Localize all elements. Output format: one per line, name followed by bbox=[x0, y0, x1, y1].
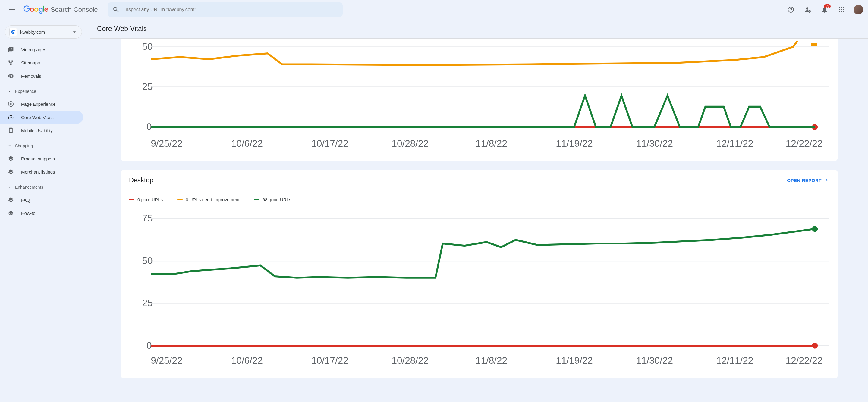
chevron-down-icon bbox=[7, 144, 12, 148]
help-icon bbox=[787, 6, 795, 13]
product-logo[interactable]: Search Console bbox=[23, 5, 98, 14]
header-actions: 83 bbox=[784, 2, 863, 17]
property-selector[interactable]: kwebby.com bbox=[5, 25, 82, 38]
open-report-link[interactable]: OPEN REPORT bbox=[787, 177, 830, 183]
sidebar-item-product-snippets[interactable]: Product snippets bbox=[0, 152, 83, 165]
xtick: 10/6/22 bbox=[231, 138, 263, 149]
section-label: Shopping bbox=[15, 144, 33, 148]
chart-legend: 0 poor URLs 0 URLs need improvement 68 g… bbox=[121, 190, 838, 205]
xtick: 11/8/22 bbox=[475, 138, 507, 149]
xtick: 11/19/22 bbox=[556, 355, 593, 366]
svg-point-10 bbox=[812, 343, 818, 349]
sitemap-icon bbox=[7, 60, 14, 66]
layers-icon bbox=[7, 210, 14, 216]
notifications-button[interactable]: 83 bbox=[817, 2, 832, 17]
xtick: 11/19/22 bbox=[556, 138, 593, 149]
svg-point-11 bbox=[812, 226, 818, 232]
legend-poor: 0 poor URLs bbox=[129, 197, 163, 202]
layers-icon bbox=[7, 169, 14, 175]
section-shopping[interactable]: Shopping bbox=[0, 140, 87, 152]
xtick: 12/22/22 bbox=[786, 138, 823, 149]
account-avatar[interactable] bbox=[854, 5, 863, 14]
sidebar-item-label: Product snippets bbox=[21, 156, 55, 161]
section-enhancements[interactable]: Enhancements bbox=[0, 181, 87, 193]
smartphone-icon bbox=[7, 127, 14, 133]
video-icon bbox=[7, 47, 14, 53]
card-title: Desktop bbox=[129, 176, 153, 184]
sidebar-item-label: FAQ bbox=[21, 197, 30, 203]
search-bar[interactable] bbox=[107, 2, 343, 17]
sidebar-item-label: How-to bbox=[21, 211, 36, 216]
sidebar-item-core-web-vitals[interactable]: Core Web Vitals bbox=[0, 111, 83, 124]
sidebar-item-video-pages[interactable]: Video pages bbox=[0, 43, 83, 56]
xtick: 12/11/22 bbox=[716, 355, 753, 366]
sidebar-item-howto[interactable]: How-to bbox=[0, 207, 83, 220]
sidebar-item-mobile-usability[interactable]: Mobile Usability bbox=[0, 124, 83, 137]
xtick: 10/17/22 bbox=[311, 138, 348, 149]
xtick: 11/30/22 bbox=[636, 138, 673, 149]
sidebar-item-merchant-listings[interactable]: Merchant listings bbox=[0, 165, 83, 178]
app-header: Search Console 83 bbox=[0, 0, 868, 19]
xtick: 10/28/22 bbox=[392, 355, 429, 366]
svg-rect-5 bbox=[811, 43, 817, 46]
sidebar-item-label: Video pages bbox=[21, 47, 46, 52]
google-logo-icon bbox=[23, 5, 49, 14]
apps-button[interactable] bbox=[834, 2, 849, 17]
users-button[interactable] bbox=[801, 2, 815, 17]
chevron-down-icon bbox=[71, 29, 78, 35]
chevron-down-icon bbox=[7, 185, 12, 190]
sidebar-item-label: Sitemaps bbox=[21, 60, 40, 65]
xtick: 9/25/22 bbox=[151, 355, 183, 366]
main-content: Core Web Vitals 50 25 0 bbox=[90, 19, 868, 402]
layers-icon bbox=[7, 155, 14, 161]
hamburger-icon bbox=[8, 6, 16, 13]
chevron-right-icon bbox=[824, 177, 830, 183]
sidebar-item-label: Removals bbox=[21, 73, 41, 79]
notification-badge: 83 bbox=[824, 4, 831, 8]
legend-swatch-improve bbox=[177, 199, 183, 200]
xtick: 10/17/22 bbox=[311, 355, 348, 366]
legend-improve: 0 URLs need improvement bbox=[177, 197, 239, 202]
xtick: 12/22/22 bbox=[786, 355, 823, 366]
section-label: Experience bbox=[15, 89, 36, 94]
xtick: 12/11/22 bbox=[716, 138, 753, 149]
sidebar: kwebby.com Video pages Sitemaps Removals… bbox=[0, 19, 90, 402]
legend-good: 68 good URLs bbox=[254, 197, 291, 202]
chevron-down-icon bbox=[7, 89, 12, 94]
desktop-chart-card: Desktop OPEN REPORT 0 poor URLs 0 URLs n… bbox=[121, 169, 838, 378]
sidebar-item-sitemaps[interactable]: Sitemaps bbox=[0, 56, 83, 69]
xtick: 11/8/22 bbox=[475, 355, 507, 366]
sidebar-item-label: Page Experience bbox=[21, 101, 56, 107]
desktop-chart: 75 50 25 0 9/25/22 10/6/22 1 bbox=[121, 205, 838, 378]
speed-icon bbox=[7, 114, 14, 120]
xtick: 9/25/22 bbox=[151, 138, 183, 149]
compass-icon bbox=[7, 101, 14, 107]
xtick: 10/6/22 bbox=[231, 355, 263, 366]
legend-label: 0 poor URLs bbox=[137, 197, 163, 202]
property-domain: kwebby.com bbox=[20, 30, 68, 35]
sidebar-item-page-experience[interactable]: Page Experience bbox=[0, 97, 83, 111]
sidebar-item-label: Merchant listings bbox=[21, 169, 55, 175]
section-experience[interactable]: Experience bbox=[0, 85, 87, 97]
search-input[interactable] bbox=[124, 7, 338, 12]
person-gear-icon bbox=[804, 6, 811, 13]
layers-icon bbox=[7, 197, 14, 203]
section-label: Enhancements bbox=[15, 185, 43, 190]
legend-swatch-poor bbox=[129, 199, 134, 200]
legend-label: 68 good URLs bbox=[262, 197, 291, 202]
sidebar-item-faq[interactable]: FAQ bbox=[0, 193, 83, 207]
legend-swatch-good bbox=[254, 199, 259, 200]
mobile-chart: 50 25 0 9/25/22 10/6/22 bbox=[121, 38, 838, 161]
sidebar-item-label: Core Web Vitals bbox=[21, 115, 54, 120]
help-button[interactable] bbox=[784, 2, 798, 17]
open-report-label: OPEN REPORT bbox=[787, 178, 822, 183]
xtick: 10/28/22 bbox=[392, 138, 429, 149]
apps-grid-icon bbox=[838, 6, 845, 13]
product-name: Search Console bbox=[51, 6, 98, 13]
search-icon bbox=[113, 6, 120, 13]
sidebar-item-label: Mobile Usability bbox=[21, 128, 53, 133]
visibility-off-icon bbox=[7, 73, 14, 79]
menu-button[interactable] bbox=[5, 2, 19, 17]
sidebar-item-removals[interactable]: Removals bbox=[0, 69, 83, 83]
legend-label: 0 URLs need improvement bbox=[186, 197, 239, 202]
